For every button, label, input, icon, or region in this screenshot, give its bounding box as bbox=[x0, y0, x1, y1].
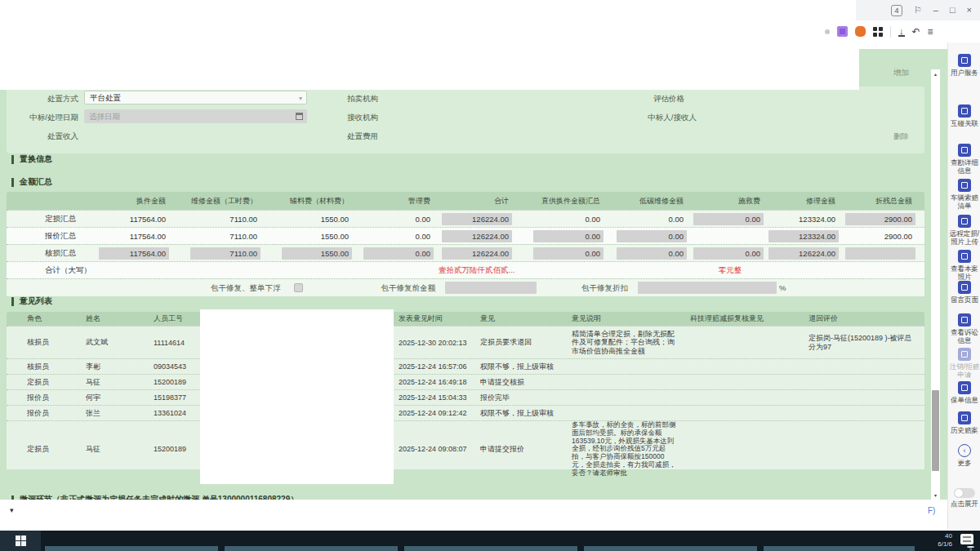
collapse-arrow-icon[interactable]: ▾ bbox=[10, 506, 14, 514]
amount-field[interactable]: 0.00 bbox=[363, 247, 434, 260]
percent-sign: % bbox=[779, 283, 786, 292]
opinion-row: 定损员 马征 15200189 2025-12-24 16:49:18 申请提交… bbox=[7, 374, 924, 389]
sidebar-item-lawsuit-info[interactable]: 查看诉讼信息 bbox=[948, 313, 980, 344]
apps-grid-icon[interactable] bbox=[873, 27, 883, 37]
taskbar-clock[interactable]: 40 6/1/6 bbox=[938, 532, 952, 549]
taskbar-app-button[interactable] bbox=[45, 546, 218, 551]
opinion-row: 报价员 张兰 13361024 2025-12-24 09:12:42 权限不够… bbox=[7, 405, 924, 420]
disposal-method-select[interactable]: 平台处置 ▾ bbox=[84, 91, 307, 104]
section-bar-icon bbox=[11, 297, 14, 306]
maximize-button[interactable]: □ bbox=[950, 6, 956, 15]
summary-row-assessed: 定损汇总 117564.00 7110.00 1550.00 0.00 1262… bbox=[7, 210, 924, 227]
lump-discount-input[interactable] bbox=[638, 282, 777, 294]
minimize-button[interactable]: – bbox=[933, 6, 938, 15]
browser-titlebar: 4 ⚐ – □ × bbox=[856, 0, 980, 20]
more-icon: ‹ bbox=[958, 444, 971, 457]
amount-field[interactable]: 7110.00 bbox=[190, 247, 261, 260]
message-page-icon bbox=[958, 281, 971, 294]
expand-label: 点击展开 bbox=[948, 500, 980, 509]
lump-pre-amount-input[interactable] bbox=[445, 282, 537, 294]
opinion-row: 报价员 何宇 15198377 2025-12-24 15:04:33 报价完毕 bbox=[7, 389, 924, 405]
amount-field[interactable]: 126224.00 bbox=[442, 247, 512, 260]
section-bar-icon bbox=[11, 495, 14, 500]
disposal-method-label: 处置方式 bbox=[13, 94, 78, 104]
game-center-icon[interactable] bbox=[855, 26, 866, 37]
purple-app-icon[interactable] bbox=[837, 26, 848, 37]
amount-field[interactable]: 123324.00 bbox=[768, 230, 839, 242]
scroll-up-arrow-icon[interactable]: ▴ bbox=[931, 71, 940, 77]
amount-field[interactable]: 126224.00 bbox=[768, 247, 839, 260]
amount-summary-table: 换件金额 维修金额（工时费） 辅料费（材料费） 管理费 合计 直供换件金额汇总 … bbox=[7, 192, 924, 296]
menu-icon[interactable]: ≡ bbox=[928, 27, 933, 37]
opinion-header-row: 角色 姓名 人员工号 发表意见时间 意见 意见说明 科技理赔减损复核意见 退回评… bbox=[7, 312, 924, 326]
bid-date-placeholder: 选择日期 bbox=[89, 112, 120, 121]
notification-tray-icon[interactable]: 2 bbox=[960, 534, 973, 544]
sidebar-item-more[interactable]: ‹ 更多 bbox=[948, 444, 980, 468]
amount-field[interactable] bbox=[845, 247, 915, 260]
section-amount-summary: 金额汇总 bbox=[11, 176, 52, 188]
history-claims-icon bbox=[958, 411, 971, 424]
receive-org-label: 接收机构 bbox=[313, 113, 378, 123]
amount-field[interactable]: 0.00 bbox=[617, 230, 687, 242]
section-replacement-info: 置换信息 bbox=[11, 153, 52, 165]
sidebar-item-remote-assess-upload[interactable]: 远程定损/照片上传 bbox=[948, 215, 980, 246]
evaluate-price-label: 评估价格 bbox=[615, 94, 684, 104]
cancel-application-icon bbox=[958, 348, 971, 361]
amount-field[interactable]: 126224.00 bbox=[442, 213, 512, 225]
disposal-form-card: 处置方式 平台处置 ▾ 拍卖机构 评估价格 中标/处理日期 选择日期 接收机构 … bbox=[7, 87, 924, 153]
winner-label: 中标人/接收人 bbox=[607, 113, 697, 123]
collision-link-icon bbox=[958, 104, 971, 118]
add-button[interactable]: 增加 bbox=[893, 68, 909, 78]
amount-field[interactable]: 0.00 bbox=[617, 247, 687, 260]
amount-field[interactable]: 1550.00 bbox=[282, 247, 352, 260]
sidebar-item-message-page[interactable]: 留言页面 bbox=[948, 281, 980, 304]
lawsuit-info-icon bbox=[958, 313, 971, 327]
scrollbar-thumb[interactable] bbox=[932, 390, 939, 471]
taskbar-app-button[interactable] bbox=[764, 546, 915, 551]
download-icon[interactable]: ↓ bbox=[898, 27, 905, 37]
amount-field[interactable]: 126224.00 bbox=[442, 230, 512, 242]
user-service-icon bbox=[958, 54, 971, 67]
screen: 增加 处置方式 平台处置 ▾ 拍卖机构 评估价格 中标/处理日期 选择日期 接收… bbox=[0, 0, 980, 551]
sidebar-expand-toggle[interactable] bbox=[954, 488, 975, 498]
lump-repair-checkbox[interactable] bbox=[294, 283, 303, 292]
bid-date-input[interactable]: 选择日期 bbox=[84, 109, 307, 123]
sidebar-item-vehicle-claim-list[interactable]: 车辆索赔清单 bbox=[948, 179, 980, 210]
undo-icon[interactable]: ↶ bbox=[912, 27, 920, 37]
vehicle-claim-list-icon bbox=[958, 179, 971, 192]
close-button[interactable]: × bbox=[967, 6, 972, 15]
remote-assess-upload-icon bbox=[958, 215, 971, 228]
vertical-scrollbar[interactable]: ▴ ▾ bbox=[931, 69, 940, 500]
redaction-overlay bbox=[200, 309, 394, 484]
amount-field[interactable]: 0.00 bbox=[693, 247, 764, 260]
opinion-row: 核损员 李彬 09034543 2025-12-24 16:57:06 权限不够… bbox=[7, 358, 924, 374]
tray-badge: 2 bbox=[967, 546, 974, 548]
survey-detail-icon bbox=[958, 144, 971, 157]
sidebar-item-survey-detail[interactable]: 查勘详细信息 bbox=[948, 144, 980, 175]
delete-button[interactable]: 删除 bbox=[893, 131, 909, 142]
taskbar-app-button[interactable] bbox=[584, 546, 757, 551]
amount-field[interactable]: 0.00 bbox=[533, 247, 604, 260]
amount-field[interactable]: 0.00 bbox=[533, 230, 604, 242]
policy-info-icon bbox=[958, 381, 971, 394]
sidebar-item-case-photos[interactable]: 查看本案照片 bbox=[948, 250, 980, 281]
sidebar-item-collision-link[interactable]: 互碰关联 bbox=[948, 104, 980, 128]
start-button[interactable] bbox=[0, 531, 41, 551]
section-bar-icon bbox=[11, 155, 14, 164]
taskbar-app-button[interactable] bbox=[404, 546, 577, 551]
sidebar-item-history-claims[interactable]: 历史赔案 bbox=[948, 411, 980, 435]
case-photos-icon bbox=[958, 250, 971, 263]
amount-field[interactable]: 2900.00 bbox=[845, 213, 915, 225]
amount-field[interactable]: 0.00 bbox=[693, 213, 764, 225]
taskbar-app-button[interactable] bbox=[225, 546, 398, 551]
flag-icon[interactable]: ⚐ bbox=[914, 6, 922, 15]
disposal-fee-label: 处置费用 bbox=[313, 131, 378, 142]
sidebar-item-user-service[interactable]: 用户服务 bbox=[948, 54, 980, 78]
summary-row-verified: 核损汇总 117564.00 7110.00 1550.00 0.00 1262… bbox=[7, 244, 924, 261]
sidebar-item-policy-info[interactable]: 保单信息 bbox=[948, 381, 980, 405]
tab-count-badge[interactable]: 4 bbox=[891, 5, 902, 16]
scroll-down-arrow-icon[interactable]: ▾ bbox=[931, 492, 940, 498]
sidebar-item-cancel-application[interactable]: 注销/拒赔申请 bbox=[948, 348, 980, 379]
summary-total-row: 合计（大写） 壹拾贰万陆仟贰佰贰... 零元整 bbox=[7, 261, 924, 278]
amount-field[interactable]: 117564.00 bbox=[99, 247, 169, 260]
